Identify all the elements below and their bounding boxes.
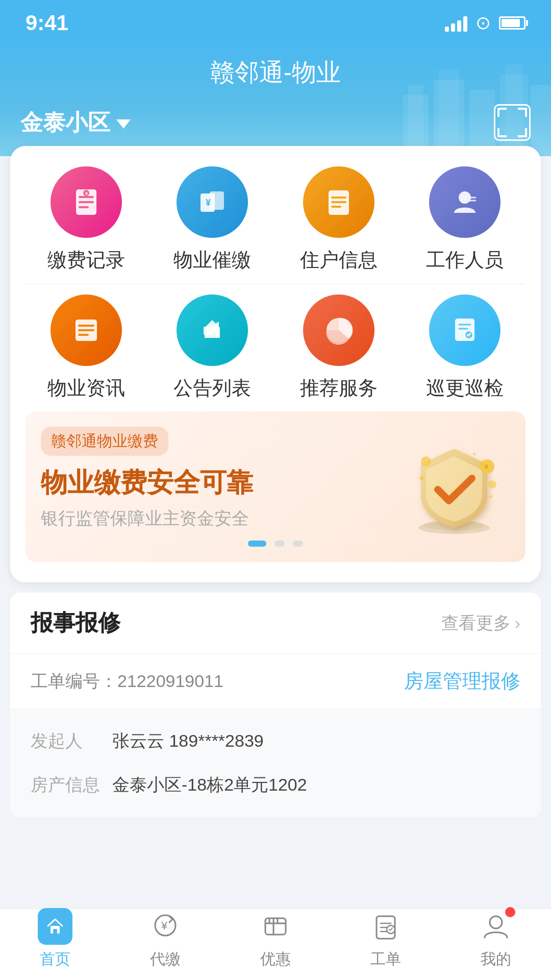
svg-text:¥: ¥: [206, 198, 211, 208]
initiator-label: 发起人: [31, 729, 112, 753]
nav-item-proxy-pay[interactable]: ¥ 代缴: [110, 909, 220, 970]
staff-icon: [429, 166, 500, 238]
svg-rect-44: [53, 929, 57, 934]
svg-text:✦: ✦: [487, 493, 494, 501]
order-type[interactable]: 房屋管理报修: [404, 668, 520, 694]
menu-item-resident-info[interactable]: 住户信息: [278, 166, 399, 273]
discount-nav-icon: [258, 909, 293, 944]
scan-corner-tl: [497, 108, 507, 117]
svg-text:¥: ¥: [161, 919, 168, 932]
order-property-row: 房产信息 金泰小区-18栋2单元1202: [31, 763, 520, 807]
recommend-service-icon: [303, 295, 374, 366]
order-id-value: 21220919011: [117, 671, 223, 691]
initiator-value: 张云云 189****2839: [112, 729, 264, 753]
svg-rect-7: [531, 85, 551, 156]
svg-point-21: [459, 191, 471, 204]
menu-item-notice-list[interactable]: 公告列表: [152, 295, 273, 401]
fee-records-label: 缴费记录: [47, 247, 125, 273]
header: 赣邻通-物业 金泰小区: [0, 41, 551, 156]
property-news-label: 物业资讯: [47, 375, 125, 401]
order-details: 发起人 张云云 189****2839 房产信息 金泰小区-18栋2单元1202: [10, 709, 541, 817]
menu-item-patrol[interactable]: 巡更巡检: [405, 295, 526, 401]
order-id: 工单编号：21220919011: [31, 670, 223, 693]
notice-list-icon: [177, 295, 248, 366]
menu-item-property-news[interactable]: 物业资讯: [26, 295, 147, 401]
order-card: 工单编号：21220919011 房屋管理报修 发起人 张云云 189****2…: [10, 654, 541, 817]
order-id-label-text: 工单编号：: [31, 671, 117, 691]
main-card: ¥ 缴费记录 ¥ 物业催缴: [10, 146, 541, 582]
banner-shield-image: ¥ ✦ ✦ ✦: [398, 438, 510, 535]
report-section: 报事报修 查看更多 › 工单编号：21220919011 房屋管理报修 发起人 …: [10, 593, 541, 817]
home-nav-icon: [38, 909, 72, 944]
resident-info-label: 住户信息: [300, 247, 378, 273]
section-header: 报事报修 查看更多 ›: [10, 593, 541, 654]
order-initiator-row: 发起人 张云云 189****2839: [31, 719, 520, 763]
nav-item-mine[interactable]: 我的: [441, 909, 551, 970]
resident-info-icon: [303, 166, 374, 238]
svg-rect-1: [408, 85, 423, 156]
svg-point-57: [490, 916, 502, 928]
svg-rect-15: [210, 191, 224, 210]
banner-tag: 赣邻通物业缴费: [41, 427, 168, 456]
svg-rect-28: [204, 327, 214, 335]
property-urge-label: 物业催缴: [173, 247, 251, 273]
scan-corner-bl: [497, 128, 507, 137]
svg-rect-3: [439, 69, 459, 156]
bottom-nav: 首页 ¥ 代缴 优惠: [0, 909, 551, 980]
view-more-label: 查看更多: [441, 611, 511, 635]
patrol-label: 巡更巡检: [426, 375, 504, 401]
banner-dot-1: [248, 541, 266, 547]
status-bar: 9:41 ⊙: [0, 0, 551, 41]
work-order-nav-label: 工单: [370, 949, 401, 970]
fee-records-icon: ¥: [51, 166, 122, 238]
banner[interactable]: 赣邻通物业缴费 物业缴费安全可靠 银行监管保障业主资金安全: [26, 411, 525, 562]
menu-item-recommend-service[interactable]: 推荐服务: [278, 295, 399, 401]
banner-dots: [41, 541, 510, 547]
work-order-nav-icon: [368, 909, 403, 944]
signal-icon: [445, 14, 467, 32]
svg-rect-47: [265, 918, 286, 935]
battery-icon: [499, 16, 525, 30]
banner-title: 物业缴费安全可靠: [41, 465, 346, 501]
chevron-right-icon: ›: [515, 613, 520, 633]
proxy-pay-nav-label: 代缴: [150, 949, 181, 970]
status-time: 9:41: [26, 11, 68, 35]
menu-item-property-urge[interactable]: ¥ 物业催缴: [152, 166, 273, 273]
location-selector[interactable]: 金泰小区: [20, 108, 131, 138]
nav-item-discount[interactable]: 优惠: [220, 909, 331, 970]
property-urge-icon: ¥: [177, 166, 248, 238]
menu-item-fee-records[interactable]: ¥ 缴费记录: [26, 166, 147, 273]
svg-text:¥: ¥: [484, 463, 488, 471]
wifi-icon: ⊙: [475, 12, 491, 34]
svg-text:✦: ✦: [417, 473, 426, 484]
mine-badge: [505, 907, 515, 917]
scan-corner-tr: [518, 108, 527, 117]
svg-point-39: [488, 480, 496, 488]
svg-point-38: [421, 456, 431, 467]
scan-button[interactable]: [494, 104, 531, 141]
proxy-pay-nav-icon: ¥: [148, 909, 183, 944]
menu-divider: [26, 283, 525, 284]
menu-grid: ¥ 缴费记录 ¥ 物业催缴: [26, 166, 525, 273]
banner-dot-2: [274, 541, 285, 547]
svg-text:¥: ¥: [85, 191, 88, 196]
view-more-button[interactable]: 查看更多 ›: [441, 611, 520, 635]
property-news-icon: [51, 295, 122, 366]
banner-subtitle: 银行监管保障业主资金安全: [41, 507, 346, 530]
mine-nav-icon: [479, 909, 513, 944]
nav-item-home[interactable]: 首页: [0, 909, 110, 970]
recommend-service-label: 推荐服务: [300, 375, 378, 401]
mine-nav-label: 我的: [481, 949, 511, 970]
home-nav-label: 首页: [40, 949, 70, 970]
property-value: 金泰小区-18栋2单元1202: [112, 773, 307, 797]
location-name: 金泰小区: [20, 108, 110, 138]
order-top: 工单编号：21220919011 房屋管理报修: [10, 654, 541, 709]
banner-dot-3: [293, 541, 303, 547]
menu-item-staff[interactable]: 工作人员: [405, 166, 526, 273]
discount-nav-label: 优惠: [260, 949, 291, 970]
property-label: 房产信息: [31, 773, 112, 797]
status-icons: ⊙: [445, 12, 525, 34]
nav-item-work-order[interactable]: 工单: [331, 909, 441, 970]
section-title: 报事报修: [31, 608, 120, 638]
patrol-icon: [429, 295, 500, 366]
